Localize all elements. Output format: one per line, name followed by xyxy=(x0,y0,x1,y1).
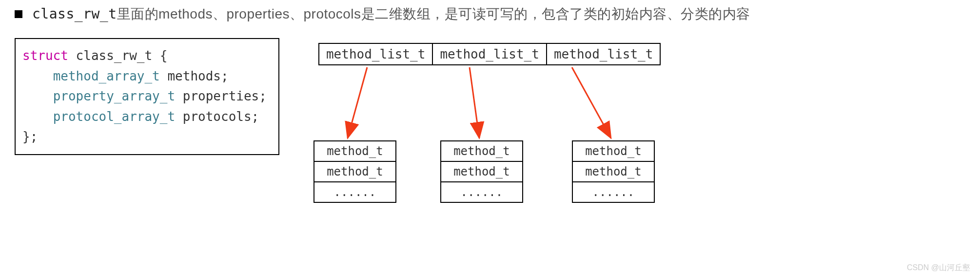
method-table-1: method_t method_t ...... xyxy=(440,140,523,203)
method-row: method_t xyxy=(314,141,395,162)
svg-line-2 xyxy=(470,67,479,138)
struct-close: }; xyxy=(22,129,38,144)
method-row-ellipsis: ...... xyxy=(441,182,522,202)
heading-code: class_rw_t xyxy=(32,6,117,22)
struct-name: class_rw_t { xyxy=(68,48,168,63)
svg-line-3 xyxy=(572,67,611,138)
field-protocols: protocols; xyxy=(175,109,259,124)
method-row: method_t xyxy=(573,141,654,162)
type-property-array: property_array_t xyxy=(53,89,175,103)
list-cell-0: method_list_t xyxy=(318,43,433,65)
struct-box: struct class_rw_t { method_array_t metho… xyxy=(15,38,279,155)
type-protocol-array: protocol_array_t xyxy=(53,109,175,124)
method-row: method_t xyxy=(314,162,395,182)
field-methods: methods; xyxy=(160,69,229,83)
method-row: method_t xyxy=(573,162,654,182)
field-properties: properties; xyxy=(175,89,267,103)
bullet-icon xyxy=(15,10,22,18)
list-cell-1: method_list_t xyxy=(432,43,547,65)
heading-text: 里面的methods、properties、protocols是二维数组，是可读… xyxy=(117,6,750,21)
svg-line-1 xyxy=(348,67,367,138)
method-row: method_t xyxy=(441,141,522,162)
method-table-0: method_t method_t ...... xyxy=(314,140,396,203)
method-row-ellipsis: ...... xyxy=(314,182,395,202)
list-cell-2: method_list_t xyxy=(546,43,661,65)
watermark: CSDN @山河丘壑 xyxy=(907,263,970,273)
method-list-row: method_list_t method_list_t method_list_… xyxy=(318,43,661,65)
method-row-ellipsis: ...... xyxy=(573,182,654,202)
main-diagram: struct class_rw_t { method_array_t metho… xyxy=(15,38,965,253)
method-table-2: method_t method_t ...... xyxy=(572,140,655,203)
type-method-array: method_array_t xyxy=(53,69,160,83)
keyword-struct: struct xyxy=(22,48,68,63)
heading: class_rw_t里面的methods、properties、protocol… xyxy=(15,5,965,23)
diagram-area: method_list_t method_list_t method_list_… xyxy=(318,38,806,253)
method-row: method_t xyxy=(441,162,522,182)
